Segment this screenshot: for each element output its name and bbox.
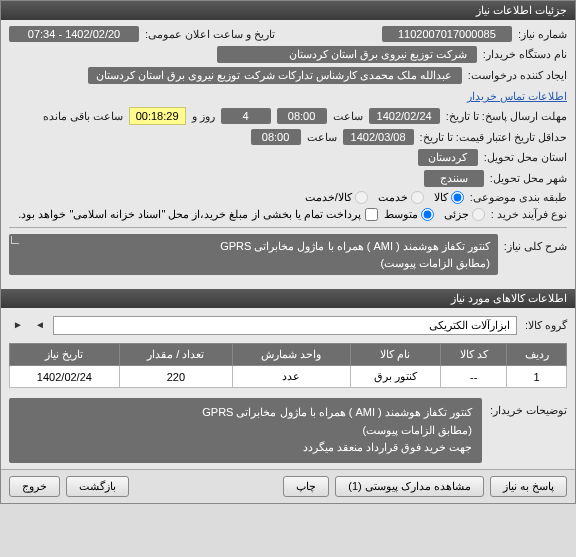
summary-text: کنتور تکفاز هوشمند ( AMI ) همراه با ماژو… <box>9 234 498 275</box>
province-value: کردستان <box>418 149 478 166</box>
announce-value: 1402/02/20 - 07:34 <box>9 26 139 42</box>
table-row[interactable]: 1 -- کنتور برق عدد 220 1402/02/24 <box>10 366 567 388</box>
creator-label: ایجاد کننده درخواست: <box>468 69 567 82</box>
deadline-time: 08:00 <box>277 108 327 124</box>
cell-code: -- <box>441 366 507 388</box>
need-no-value: 1102007017000085 <box>382 26 512 42</box>
validity-time: 08:00 <box>251 129 301 145</box>
time-remaining-label: ساعت باقی مانده <box>43 110 123 123</box>
cat-service-option[interactable]: خدمت <box>378 191 424 204</box>
chevron-right-icon[interactable]: ► <box>9 319 23 333</box>
city-label: شهر محل تحویل: <box>490 172 567 185</box>
chevron-left-icon[interactable]: ◄ <box>31 319 45 333</box>
col-date: تاریخ نیاز <box>10 344 120 366</box>
deadline-label: مهلت ارسال پاسخ: تا تاریخ: <box>446 110 567 123</box>
days-remaining: 4 <box>221 108 271 124</box>
countdown-timer: 00:18:29 <box>129 107 186 125</box>
col-qty: تعداد / مقدار <box>119 344 232 366</box>
goods-section-title: اطلاعات کالاهای مورد نیاز <box>1 289 575 308</box>
cat-both-option[interactable]: کالا/خدمت <box>305 191 368 204</box>
cat-service-radio[interactable] <box>411 191 424 204</box>
attachments-button[interactable]: مشاهده مدارک پیوستی (1) <box>335 476 484 497</box>
col-name: نام کالا <box>350 344 440 366</box>
form-area: شماره نیاز: 1102007017000085 تاریخ و ساع… <box>1 20 575 285</box>
treasury-payment-line: پرداخت تمام یا بخشی از مبلغ خرید،از محل … <box>18 208 378 221</box>
buyer-contact-link[interactable]: اطلاعات تماس خریدار <box>467 90 567 103</box>
proc-minor-option[interactable]: جزئی <box>444 208 485 221</box>
cell-qty: 220 <box>119 366 232 388</box>
cell-rownum: 1 <box>507 366 567 388</box>
proc-minor-radio[interactable] <box>472 208 485 221</box>
buyer-desc-text: کنتور تکفاز هوشمند ( AMI ) همراه با ماژو… <box>9 398 482 463</box>
goods-group-row: گروه کالا: ابزارآلات الکتریکی ◄ ► <box>1 312 575 339</box>
need-no-label: شماره نیاز: <box>518 28 567 41</box>
need-details-window: جزئیات اطلاعات نیاز شماره نیاز: 11020070… <box>0 0 576 504</box>
province-label: استان محل تحویل: <box>484 151 567 164</box>
resize-handle-icon[interactable] <box>11 236 19 244</box>
back-button[interactable]: بازگشت <box>66 476 129 497</box>
buyer-label: نام دستگاه خریدار: <box>483 48 567 61</box>
treasury-payment-checkbox[interactable] <box>365 208 378 221</box>
window-title: جزئیات اطلاعات نیاز <box>476 4 567 16</box>
process-label: نوع فرآیند خرید : <box>491 208 567 221</box>
print-button[interactable]: چاپ <box>283 476 329 497</box>
category-label: طبقه بندی موضوعی: <box>470 191 567 204</box>
col-row: ردیف <box>507 344 567 366</box>
deadline-date: 1402/02/24 <box>369 108 440 124</box>
reply-button[interactable]: پاسخ به نیاز <box>490 476 567 497</box>
treasury-payment-label: پرداخت تمام یا بخشی از مبلغ خرید،از محل … <box>18 208 361 221</box>
separator <box>9 227 567 228</box>
cat-goods-option[interactable]: کالا <box>434 191 464 204</box>
days-label: روز و <box>192 110 215 123</box>
goods-group-label: گروه کالا: <box>525 319 567 332</box>
announce-label: تاریخ و ساعت اعلان عمومی: <box>145 28 275 41</box>
buyer-value: شرکت توزیع نیروی برق استان کردستان <box>217 46 477 63</box>
buyer-desc-label: توضیحات خریدار: <box>490 398 567 417</box>
saat-label-1: ساعت <box>333 110 363 123</box>
cell-unit: عدد <box>232 366 350 388</box>
buyer-desc-row: توضیحات خریدار: کنتور تکفاز هوشمند ( AMI… <box>1 392 575 469</box>
col-code: کد کالا <box>441 344 507 366</box>
window-titlebar: جزئیات اطلاعات نیاز <box>1 1 575 20</box>
footer-bar: پاسخ به نیاز مشاهده مدارک پیوستی (1) چاپ… <box>1 469 575 503</box>
cell-name: کنتور برق <box>350 366 440 388</box>
cat-goods-radio[interactable] <box>451 191 464 204</box>
exit-button[interactable]: خروج <box>9 476 60 497</box>
validity-label: حداقل تاریخ اعتبار قیمت: تا تاریخ: <box>420 131 567 144</box>
creator-value: عبدالله ملک محمدی کارشناس تدارکات شرکت ت… <box>88 67 462 84</box>
saat-label-2: ساعت <box>307 131 337 144</box>
proc-medium-radio[interactable] <box>421 208 434 221</box>
goods-table: ردیف کد کالا نام کالا واحد شمارش تعداد /… <box>9 343 567 388</box>
cat-both-radio[interactable] <box>355 191 368 204</box>
process-radio-group: جزئی متوسط <box>384 208 485 221</box>
cell-date: 1402/02/24 <box>10 366 120 388</box>
category-radio-group: کالا خدمت کالا/خدمت <box>305 191 464 204</box>
col-unit: واحد شمارش <box>232 344 350 366</box>
city-value: سنندج <box>424 170 484 187</box>
validity-date: 1402/03/08 <box>343 129 414 145</box>
table-header-row: ردیف کد کالا نام کالا واحد شمارش تعداد /… <box>10 344 567 366</box>
goods-group-value: ابزارآلات الکتریکی <box>53 316 517 335</box>
summary-label: شرح کلی نیاز: <box>504 234 567 253</box>
proc-medium-option[interactable]: متوسط <box>384 208 434 221</box>
